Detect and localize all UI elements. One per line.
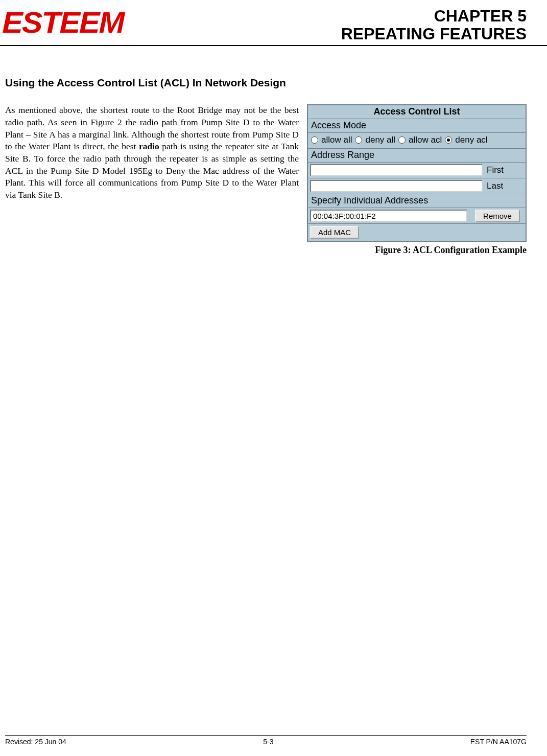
- figure-wrap: Access Control List Access Mode allow al…: [307, 104, 527, 256]
- acl-panel-title: Access Control List: [308, 105, 526, 119]
- radio-deny-all[interactable]: [355, 136, 362, 144]
- footer-revised: Revised: 25 Jun 04: [5, 738, 66, 746]
- add-mac-button[interactable]: Add MAC: [310, 226, 359, 239]
- logo: ESTEEM: [5, 5, 121, 39]
- radio-deny-acl[interactable]: [445, 136, 452, 144]
- chapter-title: CHAPTER 5 REPEATING FEATURES: [341, 5, 527, 43]
- first-address-row: First: [308, 163, 526, 178]
- section-heading: Using the Access Control List (ACL) In N…: [5, 77, 527, 89]
- logo-text: ESTEEM: [2, 5, 124, 39]
- body-paragraph: As mentioned above, the shortest route t…: [5, 104, 299, 201]
- body-row: As mentioned above, the shortest route t…: [5, 104, 527, 256]
- chapter-line-2: REPEATING FEATURES: [341, 25, 527, 43]
- last-address-row: Last: [308, 178, 526, 194]
- content-area: Using the Access Control List (ACL) In N…: [0, 46, 547, 266]
- specify-addresses-label: Specify Individual Addresses: [308, 194, 526, 208]
- access-mode-label: Access Mode: [308, 119, 526, 133]
- address-range-label: Address Range: [308, 149, 526, 163]
- acl-panel: Access Control List Access Mode allow al…: [307, 104, 527, 242]
- last-address-input[interactable]: [310, 180, 483, 192]
- radio-allow-acl[interactable]: [398, 136, 406, 144]
- radio-label-deny-all: deny all: [365, 135, 395, 145]
- chapter-line-1: CHAPTER 5: [341, 7, 527, 25]
- radio-label-allow-all: allow all: [321, 135, 352, 145]
- footer-pn: EST P/N AA107G: [470, 738, 527, 746]
- page: ESTEEM CHAPTER 5 REPEATING FEATURES Usin…: [0, 0, 547, 756]
- radio-label-allow-acl: allow acl: [409, 135, 442, 145]
- page-header: ESTEEM CHAPTER 5 REPEATING FEATURES: [0, 0, 547, 46]
- remove-cell: Remove: [469, 208, 526, 223]
- add-mac-row: Add MAC: [308, 224, 526, 241]
- para-bold: radio: [139, 141, 159, 151]
- access-mode-options: allow all deny all allow acl deny acl: [308, 133, 526, 149]
- individual-address-row: Remove: [308, 208, 526, 224]
- last-label: Last: [485, 178, 526, 194]
- page-footer: Revised: 25 Jun 04 5-3 EST P/N AA107G: [5, 735, 527, 746]
- mac-address-input[interactable]: [310, 210, 467, 222]
- radio-allow-all[interactable]: [311, 136, 318, 144]
- remove-button[interactable]: Remove: [475, 210, 520, 222]
- first-label: First: [485, 163, 526, 178]
- radio-label-deny-acl: deny acl: [455, 135, 487, 145]
- first-address-input[interactable]: [310, 164, 483, 176]
- figure-caption: Figure 3: ACL Configuration Example: [307, 245, 527, 256]
- footer-page: 5-3: [263, 738, 273, 746]
